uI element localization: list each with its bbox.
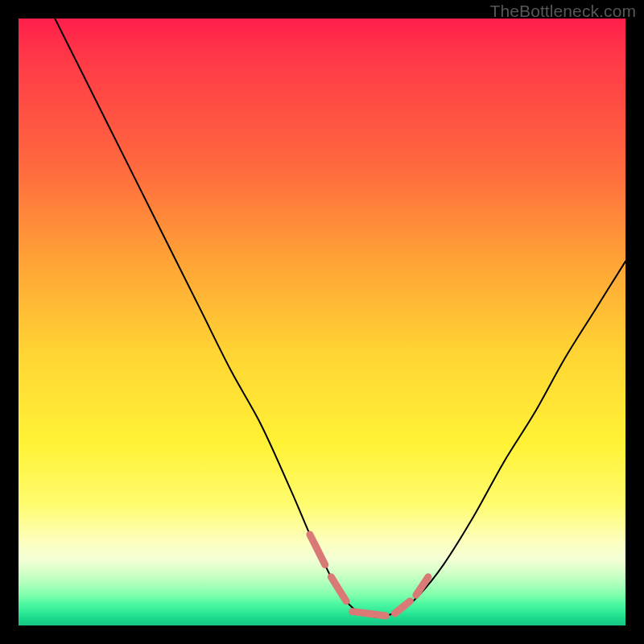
overlay-coral-segments-3 (394, 601, 410, 613)
curve-black (55, 19, 625, 617)
plot-area (19, 19, 625, 625)
chart-frame: TheBottleneck.com (0, 0, 644, 644)
overlay-coral-segments-0 (310, 535, 325, 565)
overlay-coral-segments-4 (416, 577, 428, 596)
overlay-coral-segments-1 (331, 577, 346, 601)
curve-layer (19, 19, 625, 625)
overlay-coral-segments-2 (353, 612, 386, 616)
